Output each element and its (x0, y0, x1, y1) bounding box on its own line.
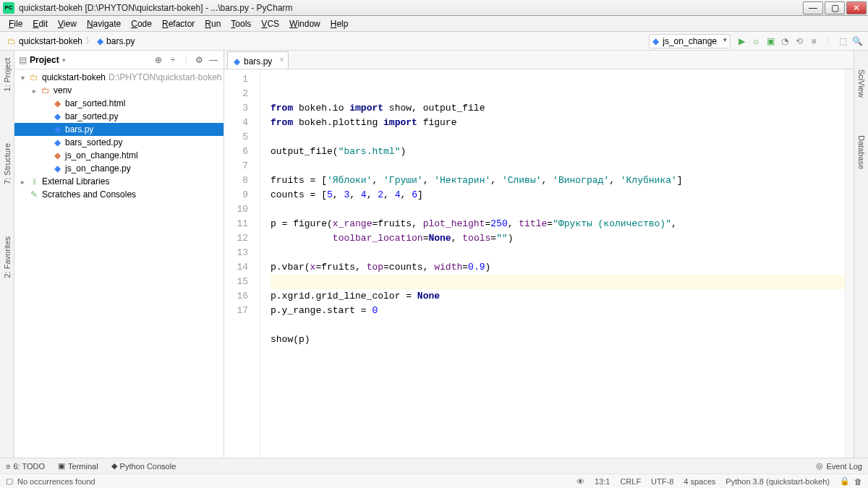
tree-item[interactable]: ✎Scratches and Consoles (14, 188, 224, 201)
breadcrumb-file[interactable]: ◆ bars.py (95, 36, 136, 46)
close-tab-icon[interactable]: × (280, 56, 284, 64)
code-line[interactable]: p.y_range.start = 0 (271, 304, 854, 318)
hide-icon[interactable]: — (208, 54, 219, 66)
left-tab-project[interactable]: 1: Project (1, 53, 13, 95)
menu-navigate[interactable]: Navigate (82, 17, 125, 30)
code-line[interactable]: output_file("bars.html") (271, 145, 854, 159)
code-line[interactable] (271, 159, 854, 174)
terminal-tool-button[interactable]: ▣Terminal (58, 461, 98, 471)
tree-item[interactable]: ▸⫴External Libraries (14, 175, 224, 188)
event-log-icon: ◎ (816, 461, 823, 471)
tree-item-label: venv (54, 85, 72, 95)
menu-bar: FileEditViewNavigateCodeRefactorRunTools… (0, 16, 868, 32)
terminal-icon: ▣ (58, 461, 65, 471)
venv-icon: 🗀 (41, 85, 51, 95)
tree-arrow-icon[interactable]: ▸ (30, 87, 38, 95)
menu-file[interactable]: File (4, 17, 27, 30)
right-tool-strip: SciViewDatabase (854, 51, 868, 458)
caret-position[interactable]: 13:1 (595, 477, 610, 486)
breadcrumb-root[interactable]: 🗀 quickstart-bokeh (6, 36, 84, 46)
code-line[interactable] (271, 246, 854, 260)
todo-icon: ≡ (6, 462, 10, 471)
code-line[interactable]: toolbar_location=None, tools="") (271, 231, 854, 246)
hector-icon[interactable]: 👁 (576, 477, 584, 486)
line-separator[interactable]: CRLF (620, 477, 641, 486)
project-tree[interactable]: ▾🗀quickstart-bokeh D:\PHYTON\quickstart-… (14, 69, 224, 458)
debug-icon[interactable]: ☼ (751, 36, 761, 46)
status-message: No occurrences found (17, 477, 95, 486)
tool-windows-icon[interactable]: ▢ (6, 476, 13, 486)
code-line[interactable] (271, 275, 854, 289)
tree-arrow-icon[interactable]: ▾ (19, 74, 26, 82)
editor-tab-bars[interactable]: ◆ bars.py × (227, 51, 289, 69)
code-line[interactable]: p.xgrid.grid_line_color = None (271, 289, 854, 304)
code-line[interactable]: from bokeh.plotting import figure (271, 116, 854, 130)
right-tab-sciview[interactable]: SciView (856, 65, 867, 102)
tree-item-label: js_on_change.py (65, 163, 131, 174)
tree-item[interactable]: ◆js_on_change.py (14, 162, 224, 175)
search-icon[interactable]: 🔍 (852, 36, 862, 46)
todo-tool-button[interactable]: ≡6: TODO (6, 462, 45, 471)
profile-icon[interactable]: ◔ (780, 36, 790, 46)
locate-icon[interactable]: ⊕ (153, 54, 164, 66)
minimize-button[interactable]: — (803, 1, 823, 14)
code-line[interactable] (271, 130, 854, 145)
tree-item[interactable]: ◆bars_sorted.py (14, 136, 224, 149)
lock-icon[interactable]: 🔒 (840, 476, 850, 486)
maximize-button[interactable]: ▢ (825, 1, 845, 14)
code-line[interactable]: p = figure(x_range=fruits, plot_height=2… (271, 217, 854, 231)
menu-run[interactable]: Run (200, 17, 225, 30)
trash-icon[interactable]: 🗑 (854, 477, 862, 486)
code-line[interactable] (271, 318, 854, 333)
menu-help[interactable]: Help (326, 17, 353, 30)
editor-code-area[interactable]: from bokeh.io import show, output_filefr… (260, 69, 854, 458)
attach-icon[interactable]: ⟲ (794, 36, 804, 46)
right-tab-database[interactable]: Database (856, 131, 867, 174)
left-tab-structure[interactable]: 7: Structure (1, 139, 13, 189)
menu-vcs[interactable]: VCS (257, 17, 284, 30)
expand-all-icon[interactable]: ÷ (167, 54, 179, 66)
code-line[interactable]: show(p) (271, 333, 854, 347)
update-icon[interactable]: ⬚ (838, 36, 848, 46)
gear-icon[interactable]: ⚙ (193, 54, 205, 66)
tree-item[interactable]: ◆js_on_change.html (14, 149, 224, 162)
python-file-icon: ◆ (652, 36, 659, 46)
status-bar: ▢ No occurrences found 👁 13:1 CRLF UTF-8… (0, 474, 868, 488)
run-icon[interactable]: ▶ (736, 36, 746, 46)
project-view-icon: ▤ (19, 55, 27, 65)
code-line[interactable]: p.vbar(x=fruits, top=counts, width=0.9) (271, 260, 854, 275)
run-config-selector[interactable]: ◆ js_on_change (649, 34, 731, 48)
python-console-tool-button[interactable]: ◆Python Console (111, 461, 176, 471)
event-log-button[interactable]: ◎Event Log (816, 461, 862, 471)
editor-error-stripe[interactable] (845, 69, 854, 458)
tree-arrow-icon[interactable]: ▸ (19, 178, 26, 186)
coverage-icon[interactable]: ▣ (765, 36, 775, 46)
code-line[interactable]: counts = [5, 3, 4, 2, 4, 6] (271, 188, 854, 202)
close-button[interactable]: ✕ (846, 1, 867, 14)
stop-icon[interactable]: ■ (809, 36, 819, 46)
left-tab-favorites[interactable]: 2: Favorites (1, 232, 13, 282)
tree-item[interactable]: ▸🗀venv (14, 84, 224, 97)
project-panel-title[interactable]: Project (30, 55, 59, 65)
menu-window[interactable]: Window (285, 17, 325, 30)
code-line[interactable] (271, 202, 854, 217)
menu-view[interactable]: View (54, 17, 81, 30)
code-line[interactable]: from bokeh.io import show, output_file (271, 101, 854, 116)
interpreter-info[interactable]: Python 3.8 (quickstart-bokeh) (726, 477, 830, 486)
indent-info[interactable]: 4 spaces (684, 477, 715, 486)
tree-item[interactable]: ◆bars.py (14, 123, 224, 136)
file-encoding[interactable]: UTF-8 (651, 477, 673, 486)
menu-edit[interactable]: Edit (28, 17, 52, 30)
editor-gutter[interactable]: 1234567891011121314151617 (224, 69, 260, 458)
menu-refactor[interactable]: Refactor (158, 17, 199, 30)
tree-item[interactable]: ◆bar_sorted.html (14, 97, 224, 110)
tree-item[interactable]: ◆bar_sorted.py (14, 110, 224, 123)
code-line[interactable]: fruits = ['Яблоки', 'Груши', 'Нектарин',… (271, 174, 854, 188)
menu-code[interactable]: Code (127, 17, 156, 30)
lib-icon: ⫴ (29, 176, 39, 187)
menu-tools[interactable]: Tools (226, 17, 255, 30)
tree-item[interactable]: ▾🗀quickstart-bokeh D:\PHYTON\quickstart-… (14, 71, 224, 84)
breadcrumb-file-label: bars.py (106, 36, 135, 46)
chevron-down-icon[interactable]: ▾ (62, 56, 66, 64)
py-icon: ◆ (52, 124, 62, 134)
